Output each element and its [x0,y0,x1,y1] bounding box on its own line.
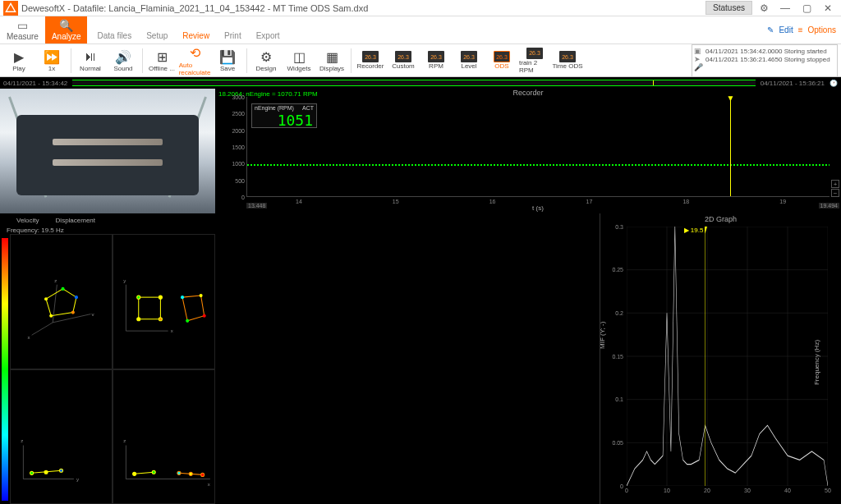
recorder-plot[interactable]: ▼ [246,97,830,197]
svg-point-30 [44,470,48,474]
cursor-marker-icon: ▼ [727,94,735,103]
subtab-print[interactable]: Print [221,30,245,42]
graph2d-xaxis: 0 10 20 30 40 50 [627,488,828,497]
tab-measure[interactable]: ▭ Measure [0,16,45,44]
graph2d-plot[interactable] [627,227,828,486]
save-button[interactable]: 💾Save [212,45,243,76]
mode-frequency: Frequency: 19.5 Hz [0,227,215,234]
svg-text:x: x [208,480,210,486]
cursor-icon: ➤ [694,55,702,63]
svg-point-8 [75,296,78,299]
mode-tab-displacement[interactable]: Displacement [56,217,95,224]
play-button[interactable]: ▶Play [3,45,34,76]
subtab-review[interactable]: Review [179,30,213,42]
zoom-in-button[interactable]: + [831,180,839,188]
sound-button[interactable]: 🔊Sound [108,45,139,76]
svg-text:z: z [54,277,57,283]
widgets-button[interactable]: ◫Widgets [283,45,315,76]
edit-icon: ✎ [767,25,774,34]
subtab-setup[interactable]: Setup [143,30,171,42]
zoom-out-button[interactable]: − [831,189,839,197]
mode-view-2[interactable]: yx [113,234,215,369]
svg-point-37 [133,472,136,475]
tab-label: Measure [7,32,39,41]
svg-point-10 [49,314,53,318]
mic-icon: 🎤 [694,63,702,71]
svg-point-20 [181,296,184,299]
normal-button[interactable]: ⏯Normal [75,45,106,76]
display-level[interactable]: 26.3Level [453,45,485,76]
mode-view-4[interactable]: zx [113,369,215,505]
time-start: 04/11/2021 - 15:34:42 [3,80,67,87]
mode-view-1[interactable]: vzx [10,234,113,369]
window-title: DewesoftX - Datafile: Lancia_Flaminia_20… [21,3,705,13]
svg-point-29 [30,471,34,474]
graph2d-row: 2D Graph MIF (Y; -) Frequency (Hz) 0.3 0… [215,213,841,504]
svg-point-18 [159,318,162,321]
main-tabrow: ▭ Measure 🔍 Analyze Data files Setup Rev… [0,16,841,44]
displays-button[interactable]: ▦Displays [316,45,347,76]
svg-point-9 [71,311,75,314]
svg-point-17 [159,296,162,299]
status-log: ▣04/11/2021 15:34:42.0000 Storing starte… [692,44,838,77]
recorder-cursor[interactable] [730,97,731,196]
options-link[interactable]: Options [808,25,836,34]
svg-point-21 [200,294,203,297]
timeline-cursor[interactable] [653,80,654,85]
mode-view-3[interactable]: zy [10,369,113,505]
svg-rect-15 [139,297,161,319]
empty-panel [215,213,600,504]
tab-label: Analyze [52,32,81,41]
mode-tab-velocity[interactable]: Velocity [16,217,39,224]
clock-icon[interactable]: 🕐 [830,80,838,87]
app-logo [3,1,18,16]
display-recorder[interactable]: 26.3Recorder [355,45,386,76]
svg-point-31 [59,469,62,472]
svg-point-38 [152,470,155,474]
colorbar [2,238,8,501]
subtab-export[interactable]: Export [253,30,283,42]
timeline-bar[interactable]: 04/11/2021 - 15:34:42 04/11/2021 - 15:36… [0,77,841,89]
tab-analyze[interactable]: 🔍 Analyze [45,16,88,44]
svg-point-42 [201,473,205,476]
svg-point-16 [137,296,140,299]
svg-point-23 [186,319,189,323]
display-custom[interactable]: 26.3Custom [388,45,419,76]
svg-point-40 [177,471,181,474]
subtabs: Data files Setup Review Print Export [87,16,283,44]
svg-text:x: x [28,334,30,340]
video-panel[interactable] [0,89,215,213]
svg-point-41 [189,472,192,475]
options-icon: ≡ [798,25,803,34]
design-button[interactable]: ⚙Design [250,45,282,76]
svg-line-2 [32,323,53,335]
recorder-panel[interactable]: Recorder 18.2064; nEngine = 1070.71 RPM … [215,89,841,213]
display-timeods[interactable]: 26.3Time ODS [552,45,583,76]
svg-text:z: z [21,438,23,443]
maximize-button[interactable]: ▢ [797,1,816,16]
subtab-datafiles[interactable]: Data files [94,30,135,42]
record-icon: ▣ [694,47,702,55]
time-end: 04/11/2021 - 15:36:21 [761,80,825,87]
close-button[interactable]: ✕ [818,1,838,16]
display-rpm[interactable]: 26.3RPM [420,45,452,76]
graph2d-panel[interactable]: 2D Graph MIF (Y; -) Frequency (Hz) 0.3 0… [600,213,841,504]
offline-button[interactable]: ⊞Offline ... [146,45,177,76]
svg-line-36 [135,472,154,474]
display-ods[interactable]: 26.3ODS [486,45,517,76]
workspace: Velocity Displacement Frequency: 19.5 Hz… [0,89,841,504]
minimize-button[interactable]: — [775,1,795,16]
speed-button[interactable]: ⏩1x [36,45,67,76]
auto-recalc-button[interactable]: ⟲Auto recalculate [179,45,210,76]
svg-point-22 [203,314,206,318]
titlebar: DewesoftX - Datafile: Lancia_Flaminia_20… [0,0,841,16]
recorder-value: 1051 [252,112,316,129]
display-train2rpm[interactable]: 26.3train 2 RPM [519,45,550,76]
edit-link[interactable]: Edit [779,25,793,34]
statuses-button[interactable]: Statuses [705,1,752,15]
settings-icon[interactable]: ⚙ [754,1,774,16]
svg-point-6 [44,297,48,300]
recorder-value-box: nEngine (RPM)ACT 1051 [251,103,317,128]
camera-icon: ▭ [17,19,28,32]
svg-text:v: v [91,311,94,317]
